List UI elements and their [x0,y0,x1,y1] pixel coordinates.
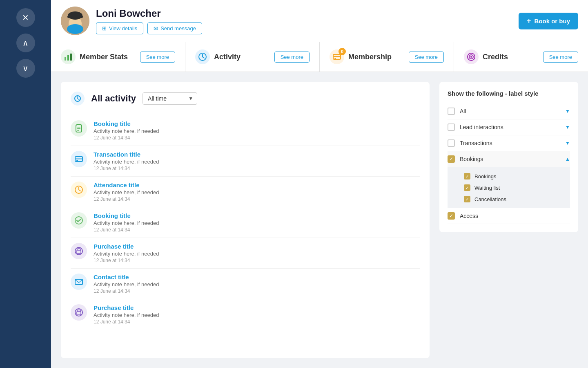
activity-see-more[interactable]: See more [274,52,310,63]
filter-label-access: Access [460,213,570,219]
filter-sub-label-cancellations: Cancellations [474,196,506,202]
activity-label: Activity [214,53,241,61]
header: Loni Bowcher ⊞ View details ✉ Send messa… [51,0,588,42]
activity-info-2: Transaction title Activity note here, if… [94,151,159,171]
chevron-down-icon-transactions: ▼ [565,140,570,146]
activity-title-icon [71,92,85,105]
book-or-buy-button[interactable]: + Book or buy [519,13,578,29]
svg-rect-36 [77,312,81,315]
tab-activity[interactable]: Activity See more [185,42,320,72]
activity-time-3: 12 June at 14:34 [94,196,159,202]
svg-rect-7 [67,55,69,61]
credits-icon [464,49,479,64]
filter-label-transactions: Transactions [460,140,565,146]
chevron-down-icon-lead: ▼ [565,124,570,130]
filter-row-lead[interactable]: Lead interactions ▼ [448,119,570,135]
svg-rect-33 [77,250,81,254]
svg-line-20 [78,99,79,100]
activity-info-6: Contact title Activity note here, if nee… [94,274,159,294]
svg-rect-4 [67,16,83,18]
filter-sub-checkbox-bookings[interactable]: ✓ [464,173,470,180]
filter-sub-row-bookings[interactable]: ✓ Bookings [464,171,570,182]
membership-badge: 0 [339,48,346,55]
activity-title-2: Transaction title [94,151,159,158]
filter-row-bookings[interactable]: ✓ Bookings ▲ [448,151,570,167]
filter-checkbox-transactions[interactable] [448,139,455,147]
tabs-bar: Member Stats See more Activity See more [51,42,588,72]
tab-left: Member Stats [61,49,128,64]
member-stats-see-more[interactable]: See more [140,52,175,63]
svg-point-5 [67,24,83,34]
membership-see-more[interactable]: See more [409,52,444,63]
activity-info-1: Booking title Activity note here, if nee… [94,120,159,141]
filter-checkbox-access[interactable]: ✓ [448,212,455,220]
filter-row-transactions[interactable]: Transactions ▼ [448,135,570,151]
avatar [61,7,89,35]
svg-rect-24 [77,130,79,131]
activity-item: Booking title Activity note here, if nee… [71,115,420,146]
view-details-button[interactable]: ⊞ View details [96,22,143,34]
navigate-up-button[interactable]: ∧ [16,34,35,52]
credits-see-more[interactable]: See more [543,52,578,63]
attendance-icon [71,182,87,198]
activity-info-3: Attendance title Activity note here, if … [94,182,159,202]
filter-sub-checkbox-waiting[interactable]: ✓ [464,184,470,191]
svg-rect-8 [70,54,72,61]
credits-label: Credits [483,53,508,61]
filter-checkbox-bookings[interactable]: ✓ [448,155,455,163]
svg-rect-13 [333,56,341,57]
activity-time-6: 12 June at 14:34 [94,288,159,294]
purchase-icon-1 [71,243,87,259]
booking-icon-2 [71,212,87,229]
member-stats-label: Member Stats [80,53,128,61]
activity-time-1: 12 June at 14:34 [94,135,159,141]
activity-item: Transaction title Activity note here, if… [71,146,420,177]
filter-checkbox-all[interactable] [448,108,455,115]
svg-rect-14 [334,58,336,59]
filter-sub-checkbox-cancellations[interactable]: ✓ [464,196,470,202]
filter-sub-row-waiting[interactable]: ✓ Waiting list [464,182,570,193]
filter-row-all[interactable]: All ▼ [448,103,570,119]
avatar-image [61,7,89,35]
user-name: Loni Bowcher [96,8,202,19]
tab-membership[interactable]: 0 Membership See more [320,42,454,72]
member-stats-icon [61,49,76,64]
svg-line-30 [79,190,80,191]
activity-title-6: Contact title [94,274,159,280]
send-message-button[interactable]: ✉ Send message [147,22,202,34]
filter-sub-row-cancellations[interactable]: ✓ Cancellations [464,193,570,205]
tab-member-stats[interactable]: Member Stats See more [51,42,185,72]
time-filter-wrapper[interactable]: All time Today This week This month Last… [143,92,197,105]
chevron-up-icon-bookings: ▲ [565,156,570,162]
user-info: Loni Bowcher ⊞ View details ✉ Send messa… [96,8,202,34]
filter-label-bookings: Bookings [460,156,565,162]
plus-icon: + [527,17,531,25]
transaction-icon [71,151,87,167]
membership-icon: 0 [330,49,344,64]
filter-label-lead: Lead interactions [460,124,565,130]
activity-title-1: Booking title [94,120,159,127]
filter-panel-title: Show the following - label style [448,90,570,97]
purchase-icon-2 [71,304,87,321]
activity-title-4: Booking title [94,212,159,219]
activity-title-5: Purchase title [94,243,159,250]
main-content: Loni Bowcher ⊞ View details ✉ Send messa… [51,0,588,368]
navigate-down-button[interactable]: ∨ [16,59,35,78]
filter-checkbox-lead[interactable] [448,123,455,131]
svg-rect-6 [65,57,66,61]
activity-item: Contact title Activity note here, if nee… [71,269,420,299]
activity-title-3: Attendance title [94,182,159,188]
activity-time-7: 12 June at 14:34 [94,319,159,325]
filter-row-access[interactable]: ✓ Access [448,208,570,224]
activity-section-title: All activity [91,93,136,104]
activity-note-3: Activity note here, if needed [94,189,159,195]
activity-info-4: Booking title Activity note here, if nee… [94,212,159,233]
activity-icon [195,49,210,64]
chevron-down-icon-all: ▼ [565,108,570,114]
close-button[interactable]: ✕ [16,8,35,27]
activity-time-2: 12 June at 14:34 [94,166,159,171]
time-filter-select[interactable]: All time Today This week This month Last… [143,92,197,105]
activity-item: Booking title Activity note here, if nee… [71,207,420,238]
svg-rect-26 [75,158,82,159]
tab-credits[interactable]: Credits See more [454,42,588,72]
